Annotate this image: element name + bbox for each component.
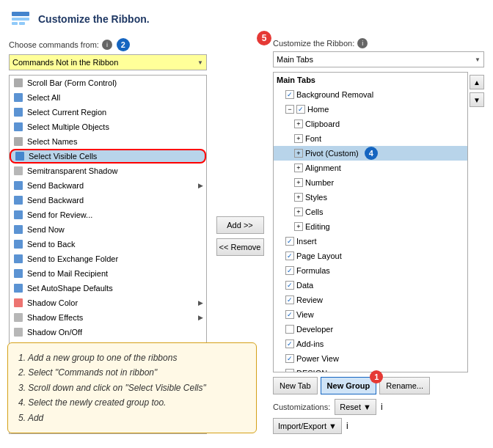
svg-rect-17 <box>14 269 23 278</box>
tree-checkbox[interactable] <box>285 354 294 363</box>
svg-rect-11 <box>14 181 23 190</box>
svg-rect-0 <box>12 12 29 16</box>
move-down-button[interactable]: ▼ <box>470 92 484 107</box>
item-label: Shadow On/Off <box>27 328 82 337</box>
right-panel: Customize the Ribbon: i Main Tabs ▼ Main… <box>273 38 484 434</box>
add-button[interactable]: Add >> <box>216 216 264 234</box>
move-up-button[interactable]: ▲ <box>470 75 484 89</box>
tree-item[interactable]: +Cells <box>274 205 467 219</box>
list-item[interactable]: Send to Mail Recipient <box>10 266 206 281</box>
bottom-buttons-row: New Tab 1 New Group Rename... <box>273 377 484 394</box>
svg-rect-1 <box>12 18 29 21</box>
tree-checkbox[interactable] <box>285 369 294 372</box>
tree-item[interactable]: +Editing <box>274 219 467 234</box>
svg-rect-9 <box>15 152 24 161</box>
new-tab-button[interactable]: New Tab <box>273 377 318 394</box>
main-tabs-dropdown[interactable]: Main Tabs ▼ <box>273 51 484 67</box>
expand-icon: − <box>285 105 294 114</box>
tooltip-box: 1. Add a new group to one of the ribbons… <box>7 342 257 433</box>
svg-rect-16 <box>14 254 23 263</box>
list-item[interactable]: Send Backward <box>10 193 206 208</box>
svg-rect-10 <box>14 166 23 175</box>
list-item[interactable]: Set AutoShape Defaults <box>10 281 206 295</box>
item-label: Send Backward <box>27 196 84 205</box>
list-item[interactable]: Select Visible Cells3 <box>10 149 206 164</box>
expand-icon: + <box>294 164 303 172</box>
tooltip-line3: 3. Scroll down and click on "Select Visi… <box>18 381 246 395</box>
list-item[interactable]: Send to Back <box>10 237 206 251</box>
customizations-row: Customizations: Reset ▼ i <box>273 399 484 415</box>
item-icon <box>12 268 24 279</box>
list-item[interactable]: Send for Review... <box>10 208 206 222</box>
tree-item[interactable]: Developer <box>274 322 467 337</box>
customize-ribbon-label: Customize the Ribbon: <box>273 39 354 48</box>
tree-item[interactable]: Background Removal <box>274 87 467 102</box>
tree-item-label: Insert <box>296 237 317 246</box>
tree-item[interactable]: −Home <box>274 102 467 117</box>
list-item[interactable]: Select Names <box>10 134 206 149</box>
remove-button[interactable]: << Remove <box>216 238 264 256</box>
tree-item[interactable]: Main Tabs <box>274 73 467 87</box>
list-item[interactable]: Shadow Color▶ <box>10 295 206 310</box>
item-label: Send to Back <box>27 240 75 249</box>
commands-dropdown[interactable]: Commands Not in the Ribbon ▼ <box>9 54 207 70</box>
tree-item[interactable]: Page Layout <box>274 249 467 263</box>
list-item[interactable]: Select All <box>10 90 206 105</box>
tree-checkbox[interactable] <box>285 295 294 304</box>
tree-item[interactable]: +Number <box>274 175 467 190</box>
list-item[interactable]: Scroll Bar (Form Control) <box>10 76 206 90</box>
tree-item[interactable]: DESIGN <box>274 366 467 372</box>
item-label: Send Now <box>27 225 65 234</box>
svg-rect-18 <box>14 284 23 293</box>
list-item[interactable]: Semitransparent Shadow <box>10 164 206 178</box>
tree-item[interactable]: Data <box>274 278 467 293</box>
list-item[interactable]: Select Current Region <box>10 105 206 120</box>
import-export-button[interactable]: Import/Export ▼ <box>273 418 342 434</box>
badge-2: 2 <box>117 38 130 51</box>
tree-item[interactable]: Formulas <box>274 263 467 278</box>
item-icon <box>12 297 24 309</box>
tree-checkbox[interactable] <box>285 325 294 334</box>
expand-icon: + <box>294 193 303 202</box>
tree-item[interactable]: +Alignment <box>274 161 467 175</box>
tree-checkbox[interactable] <box>285 281 294 290</box>
left-label-row: Choose commands from: i 2 <box>9 38 207 51</box>
item-label: Shadow Color <box>27 298 78 307</box>
info-icon-reset: i <box>381 402 383 412</box>
tree-checkbox[interactable] <box>285 339 294 348</box>
tree-checkbox[interactable] <box>296 105 305 114</box>
tree-checkbox[interactable] <box>285 310 294 319</box>
item-label: Semitransparent Shadow <box>27 166 118 175</box>
new-group-label: New Group <box>327 381 370 390</box>
tree-checkbox[interactable] <box>285 90 294 99</box>
list-item[interactable]: Shadow On/Off <box>10 325 206 339</box>
new-group-button[interactable]: 1 New Group <box>321 377 377 394</box>
tooltip-line2: 2. Select "Commands not in ribbon" <box>18 365 246 380</box>
commands-dropdown-arrow: ▼ <box>197 59 203 66</box>
tree-item-label: Styles <box>305 193 327 202</box>
reset-button[interactable]: Reset ▼ <box>335 399 376 415</box>
tree-checkbox[interactable] <box>285 266 294 275</box>
item-icon <box>12 209 24 221</box>
tree-item[interactable]: Insert <box>274 234 467 249</box>
tree-item[interactable]: +Styles <box>274 190 467 205</box>
tree-item[interactable]: Review <box>274 293 467 307</box>
rename-button[interactable]: Rename... <box>379 377 430 394</box>
tree-item[interactable]: Power View <box>274 351 467 366</box>
tree-checkbox[interactable] <box>285 237 294 246</box>
ribbon-tree[interactable]: Main TabsBackground Removal−Home+Clipboa… <box>273 72 468 372</box>
tree-item-label: Clipboard <box>305 120 340 128</box>
list-item[interactable]: Shadow Effects▶ <box>10 310 206 325</box>
list-item[interactable]: Send Now <box>10 222 206 237</box>
tree-item[interactable]: View <box>274 307 467 322</box>
list-item[interactable]: Select Multiple Objects <box>10 120 206 134</box>
tree-item[interactable]: +Clipboard <box>274 117 467 131</box>
list-item[interactable]: Send to Exchange Folder <box>10 251 206 266</box>
list-item[interactable]: Send Backward▶ <box>10 178 206 193</box>
tree-checkbox[interactable] <box>285 251 294 260</box>
svg-rect-4 <box>14 78 23 87</box>
tree-item[interactable]: Add-ins <box>274 337 467 351</box>
svg-rect-20 <box>14 313 23 322</box>
tree-item[interactable]: +Font <box>274 131 467 146</box>
tree-item[interactable]: +Pivot (Custom)4 <box>274 146 467 161</box>
